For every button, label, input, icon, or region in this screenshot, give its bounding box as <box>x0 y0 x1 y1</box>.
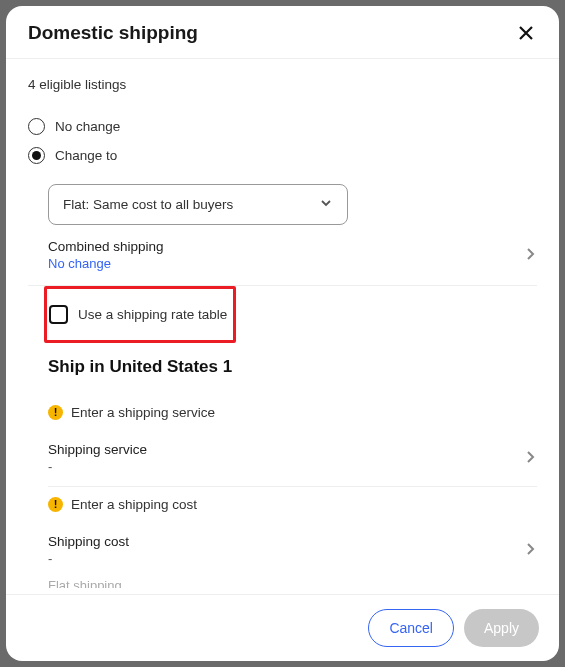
modal-header: Domestic shipping <box>6 6 559 59</box>
chevron-right-icon <box>523 450 537 467</box>
close-icon <box>518 25 534 41</box>
warning-icon: ! <box>48 405 63 420</box>
rate-table-checkbox-row[interactable]: Use a shipping rate table <box>49 291 227 338</box>
radio-icon <box>28 118 45 135</box>
apply-button[interactable]: Apply <box>464 609 539 647</box>
radio-change-to[interactable]: Change to <box>28 141 537 170</box>
rate-table-label: Use a shipping rate table <box>78 307 227 322</box>
change-radio-group: No change Change to <box>28 112 537 170</box>
shipping-service-label: Shipping service <box>48 442 147 457</box>
radio-icon-selected <box>28 147 45 164</box>
radio-no-change[interactable]: No change <box>28 112 537 141</box>
shipping-cost-row[interactable]: Shipping cost - <box>28 522 537 578</box>
chevron-right-icon <box>523 247 537 264</box>
cutoff-text: Flat shipping <box>28 578 537 588</box>
warning-text: Enter a shipping cost <box>71 497 197 512</box>
change-to-section: Flat: Same cost to all buyers Combined s… <box>28 184 537 285</box>
highlight-box: Use a shipping rate table <box>44 286 236 343</box>
combined-shipping-value: No change <box>48 256 164 271</box>
eligible-listings-text: 4 eligible listings <box>28 77 537 92</box>
shipping-service-value: - <box>48 459 147 474</box>
modal-title: Domestic shipping <box>28 22 198 44</box>
warning-icon: ! <box>48 497 63 512</box>
checkbox-icon <box>49 305 68 324</box>
warning-enter-service: ! Enter a shipping service <box>28 395 537 430</box>
ship-section-title: Ship in United States 1 <box>28 357 537 377</box>
chevron-down-icon <box>319 196 333 213</box>
combined-shipping-row[interactable]: Combined shipping No change <box>48 225 537 285</box>
shipping-type-select[interactable]: Flat: Same cost to all buyers <box>48 184 348 225</box>
select-value: Flat: Same cost to all buyers <box>63 197 233 212</box>
radio-label: No change <box>55 119 120 134</box>
shipping-service-row[interactable]: Shipping service - <box>28 430 537 486</box>
combined-shipping-label: Combined shipping <box>48 239 164 254</box>
cancel-button[interactable]: Cancel <box>368 609 454 647</box>
warning-text: Enter a shipping service <box>71 405 215 420</box>
radio-label: Change to <box>55 148 117 163</box>
modal-body[interactable]: 4 eligible listings No change Change to … <box>6 59 559 594</box>
warning-enter-cost: ! Enter a shipping cost <box>28 487 537 522</box>
shipping-cost-label: Shipping cost <box>48 534 129 549</box>
close-button[interactable] <box>515 22 537 44</box>
shipping-cost-value: - <box>48 551 129 566</box>
chevron-right-icon <box>523 542 537 559</box>
domestic-shipping-modal: Domestic shipping 4 eligible listings No… <box>6 6 559 661</box>
modal-footer: Cancel Apply <box>6 594 559 661</box>
